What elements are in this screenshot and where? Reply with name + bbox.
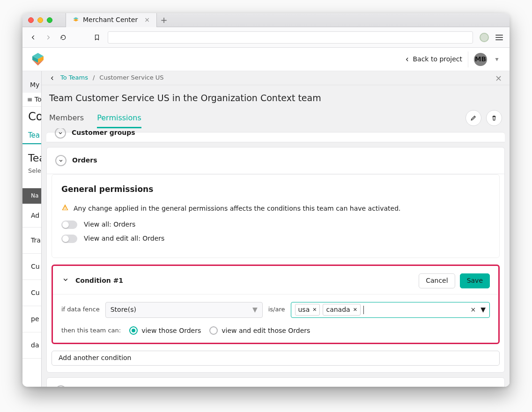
user-menu-caret-icon[interactable]: ▾ — [493, 55, 501, 64]
toggle-view-edit-all-orders-label: View and edit all: Orders — [84, 234, 164, 243]
url-bar[interactable] — [108, 31, 473, 44]
chevron-right-icon — [55, 385, 66, 387]
clear-tags-icon[interactable]: × — [470, 305, 476, 315]
save-button[interactable]: Save — [460, 273, 490, 288]
add-condition-button[interactable]: Add another condition — [52, 351, 500, 366]
remove-tag-icon[interactable]: ✕ — [353, 306, 357, 313]
browser-tab[interactable]: Merchant Center × — [66, 13, 157, 27]
tab-permissions[interactable]: Permissions — [97, 113, 141, 128]
radio-icon — [129, 326, 138, 335]
caret-down-icon[interactable]: ▼ — [480, 305, 486, 315]
general-permissions-card: General permissions Any change applied i… — [52, 174, 500, 258]
window-zoom-dot[interactable] — [47, 17, 52, 23]
browser-toolbar — [22, 27, 510, 48]
breadcrumb-back-link[interactable]: To Teams — [60, 74, 88, 82]
radio-view-edit-orders[interactable]: view and edit those Orders — [209, 326, 310, 336]
app-header: Back to project MB ▾ — [22, 48, 510, 71]
app-logo-icon[interactable] — [31, 53, 45, 66]
then-label: then this team can: — [61, 326, 121, 335]
page-title: Team Customer Service US in the Organiza… — [49, 92, 502, 104]
warning-icon — [61, 204, 69, 214]
panel-header: Team Customer Service US in the Organiza… — [42, 85, 510, 128]
window-close-dot[interactable] — [28, 17, 34, 23]
bookmark-icon[interactable] — [93, 33, 101, 42]
data-fence-select[interactable]: Store(s) ▼ — [105, 302, 263, 318]
toggle-view-edit-all-orders[interactable] — [61, 235, 77, 243]
radio-icon — [209, 326, 218, 335]
svg-marker-1 — [73, 19, 78, 22]
condition-title: Condition #1 — [75, 276, 123, 286]
reload-icon[interactable] — [59, 33, 67, 42]
toggle-view-all-orders-label: View all: Orders — [84, 220, 135, 229]
radio-view-orders[interactable]: view those Orders — [129, 326, 201, 336]
browser-menu-icon[interactable] — [495, 35, 503, 40]
nav-back-icon[interactable] — [29, 33, 37, 42]
section-product-discounts[interactable]: Product discounts — [46, 377, 505, 387]
chevron-down-icon — [55, 128, 66, 139]
remove-tag-icon[interactable]: ✕ — [312, 306, 317, 313]
isare-label: is/are — [268, 305, 285, 314]
section-customer-groups[interactable]: Customer groups — [46, 132, 505, 142]
cancel-button[interactable]: Cancel — [419, 273, 455, 288]
window-titlebar: Merchant Center × + — [22, 13, 510, 27]
toggle-view-all-orders[interactable] — [61, 221, 77, 229]
condition-editor: Condition #1 Cancel Save if data fence — [52, 265, 500, 345]
warning-text: Any change applied in the general permis… — [74, 204, 401, 213]
section-orders: Orders General permissions Any change ap… — [46, 147, 505, 373]
tab-members[interactable]: Members — [49, 113, 84, 128]
tab-title: Merchant Center — [83, 15, 138, 25]
tab-close-icon[interactable]: × — [144, 15, 150, 25]
back-to-project-label: Back to project — [413, 55, 462, 64]
chevron-down-icon — [55, 155, 66, 166]
window-minimize-dot[interactable] — [37, 17, 43, 23]
breadcrumb-current: Customer Service US — [99, 74, 163, 82]
tag-canada[interactable]: canada ✕ — [323, 304, 360, 316]
tag-usa[interactable]: usa ✕ — [295, 304, 320, 316]
text-cursor — [363, 306, 364, 314]
panel-close-icon[interactable]: × — [495, 72, 502, 84]
if-label: if data fence — [61, 305, 100, 314]
user-avatar[interactable]: MB — [474, 53, 487, 66]
caret-down-icon: ▼ — [252, 305, 258, 315]
new-tab-button[interactable]: + — [157, 13, 171, 27]
delete-button[interactable] — [486, 110, 502, 126]
nav-forward-icon — [44, 33, 52, 42]
breadcrumb: To Teams / Customer Service US × — [42, 71, 510, 85]
edit-button[interactable] — [466, 110, 481, 126]
back-to-project-link[interactable]: Back to project — [404, 55, 462, 64]
tab-favicon-icon — [73, 17, 79, 23]
section-orders-header[interactable]: Orders — [47, 147, 504, 174]
chevron-down-icon[interactable] — [61, 275, 70, 287]
general-permissions-title: General permissions — [61, 184, 490, 195]
store-tags-input[interactable]: usa ✕ canada ✕ × — [291, 302, 490, 318]
profile-avatar-icon[interactable] — [480, 33, 489, 42]
team-detail-panel: To Teams / Customer Service US × Team Cu… — [41, 71, 510, 387]
